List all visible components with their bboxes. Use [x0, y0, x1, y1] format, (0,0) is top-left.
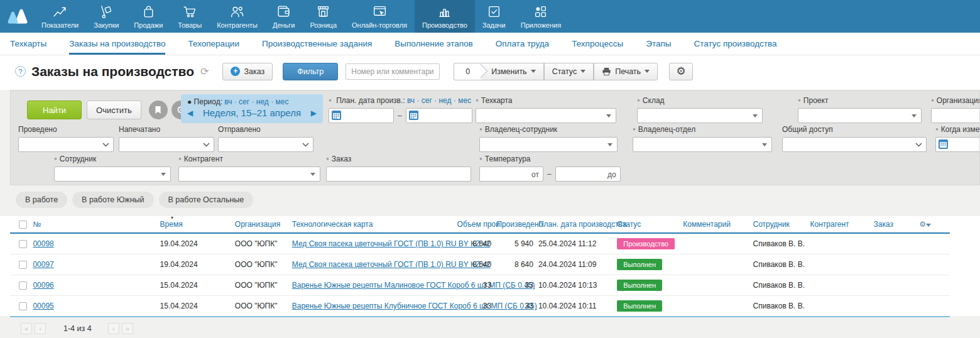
- saved-filter-in-progress[interactable]: В работе: [16, 192, 67, 208]
- sent-select[interactable]: [218, 137, 313, 152]
- row-checkbox[interactable]: [19, 261, 27, 269]
- warehouse-select[interactable]: [637, 108, 763, 123]
- prev-page-button[interactable]: ‹: [35, 323, 46, 334]
- subnav-labor-payment[interactable]: Оплата труда: [496, 33, 549, 55]
- subnav-production-orders[interactable]: Заказы на производство: [69, 33, 165, 55]
- nav-item-purchases[interactable]: Закупки: [86, 0, 126, 33]
- order-number-link[interactable]: 00096: [33, 281, 53, 290]
- col-status[interactable]: Статус: [617, 216, 683, 233]
- table-row[interactable]: 00096 15.04.2024 ООО "ЮПК" Варенье Южные…: [10, 275, 950, 296]
- status-dropdown[interactable]: Статус: [544, 63, 594, 80]
- nav-item-counterparties[interactable]: Контрагенты: [209, 0, 265, 33]
- temperature-from-input[interactable]: от: [479, 166, 543, 182]
- saved-filter-in-progress-others[interactable]: В работе Остальные: [159, 192, 254, 208]
- period-value[interactable]: Неделя, 15–21 апреля: [203, 107, 301, 118]
- employee-select[interactable]: [54, 166, 171, 182]
- next-page-button[interactable]: ›: [108, 323, 119, 334]
- owner-employee-select[interactable]: [479, 137, 618, 152]
- print-dropdown[interactable]: Печать: [594, 63, 658, 80]
- chevron-down-icon: [531, 70, 536, 73]
- clear-button[interactable]: Очистить: [87, 101, 141, 119]
- col-produced[interactable]: Произведено: [496, 216, 538, 233]
- period-presets[interactable]: вч · сег · нед · мес: [224, 97, 288, 106]
- nav-item-tasks[interactable]: Задачи: [475, 0, 513, 33]
- tech-card-link[interactable]: Мед Своя пасека цветочный ГОСТ (ПВ 1.0) …: [292, 260, 491, 269]
- tech-card-select[interactable]: [476, 108, 616, 123]
- col-counterparty[interactable]: Контрагент: [810, 216, 874, 233]
- owner-department-select[interactable]: [633, 137, 772, 152]
- app-logo[interactable]: [0, 0, 34, 33]
- chevron-right-icon[interactable]: ▶: [311, 109, 317, 117]
- subnav-tech-processes[interactable]: Техпроцессы: [572, 33, 623, 55]
- nav-item-retail[interactable]: Розница: [302, 0, 344, 33]
- posted-select[interactable]: [18, 137, 114, 152]
- subnav-production-status[interactable]: Статус производства: [694, 33, 776, 55]
- search-input[interactable]: [346, 63, 440, 80]
- col-settings[interactable]: ⚙: [919, 216, 950, 233]
- subnav-production-tasks[interactable]: Производственные задания: [262, 33, 372, 55]
- tech-card-link[interactable]: Варенье Южные рецепты Клубничное ГОСТ Ко…: [292, 302, 537, 310]
- nav-item-goods[interactable]: Товары: [170, 0, 209, 33]
- table-row[interactable]: 00097 19.04.2024 ООО "ЮПК" Мед Своя пасе…: [10, 254, 950, 275]
- bookmark-button[interactable]: [149, 101, 168, 119]
- shared-access-select[interactable]: [782, 137, 927, 152]
- col-order[interactable]: Заказ: [874, 216, 920, 233]
- change-dropdown[interactable]: Изменить: [481, 63, 543, 80]
- chevron-down-icon: [102, 143, 109, 147]
- subnav-tech-operations[interactable]: Техоперации: [188, 33, 239, 55]
- table-row[interactable]: 00098 19.04.2024 ООО "ЮПК" Мед Своя пасе…: [10, 233, 950, 254]
- order-number-link[interactable]: 00095: [33, 302, 53, 310]
- posted-filter: Проведено: [18, 125, 114, 152]
- changed-date-input[interactable]: [935, 137, 980, 152]
- find-button[interactable]: Найти: [27, 101, 82, 119]
- col-volume[interactable]: Объем прои...: [457, 216, 497, 233]
- subnav-stages[interactable]: Этапы: [646, 33, 671, 55]
- plan-date-presets[interactable]: вч · сег · нед · мес: [407, 96, 471, 105]
- counterparty-select[interactable]: [178, 166, 320, 182]
- filter-button[interactable]: Фильтр: [283, 63, 338, 80]
- nav-item-sales[interactable]: Продажи: [126, 0, 170, 33]
- col-time[interactable]: Время▼: [160, 216, 235, 233]
- row-checkbox[interactable]: [19, 302, 27, 310]
- order-number-link[interactable]: 00098: [33, 239, 53, 248]
- project-select[interactable]: [798, 108, 922, 123]
- plan-date-from-input[interactable]: [329, 108, 394, 123]
- printed-select[interactable]: [119, 137, 214, 152]
- row-checkbox[interactable]: [19, 240, 27, 248]
- col-organization[interactable]: Организация: [235, 216, 292, 233]
- help-icon[interactable]: ?: [15, 66, 26, 77]
- saved-filter-in-progress-south[interactable]: В работе Южный: [72, 192, 153, 208]
- chevron-left-icon[interactable]: ◀: [187, 109, 193, 117]
- row-checkbox[interactable]: [19, 281, 27, 290]
- plan-date-to-input[interactable]: [406, 108, 472, 123]
- order-input[interactable]: [326, 166, 471, 182]
- warehouse-label: Склад: [643, 96, 665, 105]
- col-comment[interactable]: Комментарий: [683, 216, 753, 233]
- subnav-tech-cards[interactable]: Техкарты: [10, 33, 46, 55]
- temperature-to-input[interactable]: до: [555, 166, 621, 182]
- orders-table: № Время▼ Организация Технологическая кар…: [0, 216, 980, 316]
- nav-label: Приложения: [521, 21, 561, 29]
- nav-item-indicators[interactable]: Показатели: [34, 0, 86, 33]
- nav-item-apps[interactable]: Приложения: [513, 0, 569, 33]
- subnav-stage-completion[interactable]: Выполнение этапов: [395, 33, 472, 55]
- tech-card-link[interactable]: Мед Своя пасека цветочный ГОСТ (ПВ 1.0) …: [292, 239, 491, 248]
- table-row[interactable]: 00095 15.04.2024 ООО "ЮПК" Варенье Южные…: [10, 296, 950, 317]
- first-page-button[interactable]: «: [21, 323, 32, 334]
- tech-card-link[interactable]: Варенье Южные рецепты Малиновое ГОСТ Кор…: [292, 281, 535, 290]
- refresh-icon[interactable]: ⟳: [200, 65, 209, 77]
- col-employee[interactable]: Сотрудник: [753, 216, 810, 233]
- order-number-link[interactable]: 00097: [33, 260, 53, 269]
- new-order-button[interactable]: + Заказ: [222, 63, 273, 80]
- settings-gear-button[interactable]: ⚙: [669, 63, 693, 80]
- nav-item-production[interactable]: Производство: [415, 0, 475, 33]
- organization-input[interactable]: [931, 108, 980, 123]
- last-page-button[interactable]: »: [122, 323, 133, 334]
- col-tech-card[interactable]: Технологическая карта: [292, 216, 457, 233]
- status-badge: Выполнен: [617, 280, 662, 291]
- select-all-checkbox[interactable]: [19, 221, 27, 229]
- nav-item-money[interactable]: Деньги: [265, 0, 303, 33]
- nav-item-online-trade[interactable]: Онлайн-торговля: [344, 0, 415, 33]
- col-plan-date[interactable]: План. дата производства: [538, 216, 617, 233]
- col-number[interactable]: №: [33, 216, 160, 233]
